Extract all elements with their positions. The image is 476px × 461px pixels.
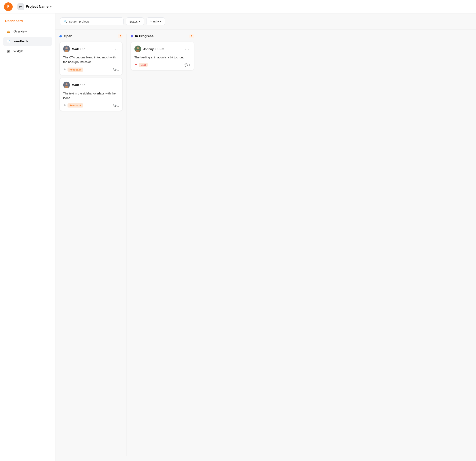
priority-filter-button[interactable]: Priority ▾ <box>146 17 165 25</box>
svg-point-3 <box>66 47 68 49</box>
sidebar-item-label: Feedback <box>13 40 28 43</box>
sidebar-item-feedback[interactable]: 📄 Feedback <box>3 37 52 46</box>
card-2[interactable]: Mark 1h ··· The text in the sidebar over… <box>60 78 123 111</box>
column-progress-header: In Progress 1 <box>131 34 194 38</box>
project-avatar: PN <box>17 3 24 10</box>
filter-bar: 🔍 Status ▾ Priority ▾ <box>55 13 476 29</box>
card-3-author: Johnny <box>143 47 154 51</box>
overview-icon: 🥧 <box>6 29 11 34</box>
card-3-comments: 💬 1 <box>185 63 190 67</box>
search-input[interactable] <box>69 20 120 23</box>
status-filter-button[interactable]: Status ▾ <box>126 17 144 25</box>
sidebar: Dashboard 🥧 Overview 📄 Feedback ▣ Widget <box>0 13 55 461</box>
kanban-board: Open 2 <box>55 29 476 461</box>
column-open-title: Open <box>64 34 116 38</box>
app-logo: F <box>4 2 13 11</box>
card-3-meta: Johnny 1 Dec <box>143 47 184 51</box>
svg-point-7 <box>65 86 68 88</box>
separator <box>80 49 81 50</box>
sidebar-item-overview[interactable]: 🥧 Overview <box>3 27 52 36</box>
sidebar-item-label: Widget <box>13 50 23 53</box>
card-1-meta: Mark 1h <box>72 47 113 51</box>
card-2-time: 1h <box>82 83 85 86</box>
progress-status-dot <box>131 35 133 37</box>
priority-chevron-icon: ▾ <box>160 20 162 23</box>
column-progress-count: 1 <box>189 34 194 38</box>
app-layout: Dashboard 🥧 Overview 📄 Feedback ▣ Widget… <box>0 13 476 461</box>
card-1-footer: ⚑ Feedback 💬 1 <box>63 68 119 72</box>
card-1-body: The CTA buttons blend in too much with t… <box>63 55 119 64</box>
sidebar-item-label: Overview <box>13 30 27 33</box>
flag-icon: ⚑ <box>63 103 66 107</box>
comment-count-value: 1 <box>117 104 119 107</box>
card-3-header: Johnny 1 Dec ··· <box>135 46 190 52</box>
card-2-avatar <box>63 82 70 88</box>
column-open: Open 2 <box>55 34 127 456</box>
card-3-menu-button[interactable]: ··· <box>184 46 190 52</box>
search-box[interactable]: 🔍 <box>60 17 124 25</box>
card-2-footer: ⚑ Feedback 💬 1 <box>63 103 119 108</box>
bug-flag-icon: ⚑ <box>135 63 137 67</box>
card-2-author: Mark <box>72 83 79 86</box>
comment-count-value: 1 <box>189 63 190 67</box>
separator <box>80 84 81 85</box>
priority-filter-label: Priority <box>150 20 159 23</box>
column-open-header: Open 2 <box>60 34 123 38</box>
card-1-comments: 💬 1 <box>113 68 119 71</box>
column-open-count: 2 <box>118 34 123 38</box>
sidebar-item-widget[interactable]: ▣ Widget <box>3 47 52 56</box>
widget-icon: ▣ <box>6 49 11 54</box>
card-1-menu-button[interactable]: ··· <box>113 46 119 52</box>
card-1-header: Mark 1h ··· <box>63 46 119 52</box>
card-3-avatar <box>135 46 141 52</box>
card-1-avatar <box>63 46 70 52</box>
project-name: Project Name <box>26 5 49 9</box>
open-status-dot <box>60 35 62 37</box>
card-3[interactable]: Johnny 1 Dec ··· The loading animation i… <box>131 42 194 70</box>
search-icon: 🔍 <box>64 20 67 23</box>
status-filter-label: Status <box>129 20 138 23</box>
sidebar-title: Dashboard <box>3 19 52 23</box>
column-in-progress: In Progress 1 Joh <box>127 34 198 456</box>
card-1-author: Mark <box>72 47 79 51</box>
flag-icon: ⚑ <box>63 68 66 71</box>
project-selector[interactable]: PN Project Name ▾ <box>16 2 53 11</box>
svg-point-4 <box>65 50 68 52</box>
card-2-body: The text in the sidebar overlaps with th… <box>63 91 119 100</box>
svg-point-6 <box>66 83 68 85</box>
card-3-tag[interactable]: Bug <box>139 63 148 67</box>
column-progress-title: In Progress <box>135 34 187 38</box>
feedback-icon: 📄 <box>6 39 11 44</box>
card-1-tag[interactable]: Feedback <box>68 68 83 72</box>
comment-icon: 💬 <box>113 104 116 107</box>
comment-count-value: 1 <box>117 68 119 71</box>
comment-icon: 💬 <box>185 63 188 67</box>
card-3-footer: ⚑ Bug 💬 1 <box>135 63 190 67</box>
card-2-menu-button[interactable]: ··· <box>113 82 119 87</box>
svg-point-9 <box>137 47 139 49</box>
card-3-body: The loading animation is a bit too long. <box>135 55 190 60</box>
card-1[interactable]: Mark 1h ··· The CTA buttons blend in too… <box>60 42 123 75</box>
chevron-down-icon: ▾ <box>50 5 51 8</box>
comment-icon: 💬 <box>113 68 116 71</box>
card-2-tag[interactable]: Feedback <box>68 103 83 108</box>
separator <box>155 49 156 50</box>
card-2-comments: 💬 1 <box>113 104 119 107</box>
main-content: 🔍 Status ▾ Priority ▾ Open 2 <box>55 13 476 461</box>
svg-point-10 <box>136 50 140 52</box>
status-chevron-icon: ▾ <box>139 20 141 23</box>
card-2-header: Mark 1h ··· <box>63 82 119 88</box>
card-3-time: 1 Dec <box>157 47 164 51</box>
card-2-meta: Mark 1h <box>72 83 113 86</box>
card-1-time: 1h <box>82 47 85 51</box>
topbar: F PN Project Name ▾ <box>0 0 476 13</box>
